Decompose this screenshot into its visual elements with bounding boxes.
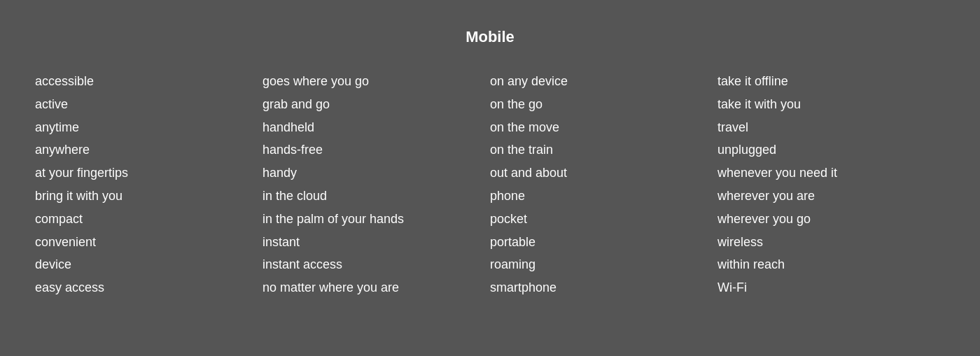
list-item: in the cloud	[262, 186, 490, 206]
list-item: easy access	[35, 278, 262, 298]
list-item: take it offline	[718, 71, 945, 92]
list-item: handy	[262, 163, 490, 183]
list-item: wherever you go	[718, 209, 945, 229]
list-item: within reach	[718, 255, 945, 275]
column-2: goes where you gograb and gohandheldhand…	[262, 71, 490, 298]
list-item: no matter where you are	[262, 278, 490, 298]
list-item: hands-free	[262, 140, 490, 160]
list-item: portable	[490, 232, 718, 252]
list-item: accessible	[35, 71, 262, 92]
list-item: grab and go	[262, 94, 490, 115]
columns-container: accessibleactiveanytimeanywhereat your f…	[35, 71, 945, 298]
column-3: on any deviceon the goon the moveon the …	[490, 71, 718, 298]
list-item: goes where you go	[262, 71, 490, 92]
list-item: phone	[490, 186, 718, 206]
list-item: at your fingertips	[35, 163, 262, 183]
list-item: take it with you	[718, 94, 945, 115]
list-item: instant access	[262, 255, 490, 275]
list-item: wireless	[718, 232, 945, 252]
list-item: Wi-Fi	[718, 278, 945, 298]
list-item: convenient	[35, 232, 262, 252]
list-item: out and about	[490, 163, 718, 183]
list-item: roaming	[490, 255, 718, 275]
list-item: on the move	[490, 118, 718, 138]
column-1: accessibleactiveanytimeanywhereat your f…	[35, 71, 262, 298]
list-item: travel	[718, 118, 945, 138]
list-item: instant	[262, 232, 490, 252]
list-item: wherever you are	[718, 186, 945, 206]
list-item: on any device	[490, 71, 718, 92]
page-title: Mobile	[465, 28, 514, 46]
list-item: unplugged	[718, 140, 945, 160]
list-item: compact	[35, 209, 262, 229]
column-4: take it offlinetake it with youtravelunp…	[718, 71, 945, 298]
list-item: anywhere	[35, 140, 262, 160]
list-item: handheld	[262, 118, 490, 138]
list-item: on the go	[490, 94, 718, 115]
list-item: on the train	[490, 140, 718, 160]
list-item: bring it with you	[35, 186, 262, 206]
list-item: smartphone	[490, 278, 718, 298]
list-item: anytime	[35, 118, 262, 138]
list-item: active	[35, 94, 262, 115]
list-item: pocket	[490, 209, 718, 229]
list-item: device	[35, 255, 262, 275]
list-item: in the palm of your hands	[262, 209, 490, 229]
list-item: whenever you need it	[718, 163, 945, 183]
